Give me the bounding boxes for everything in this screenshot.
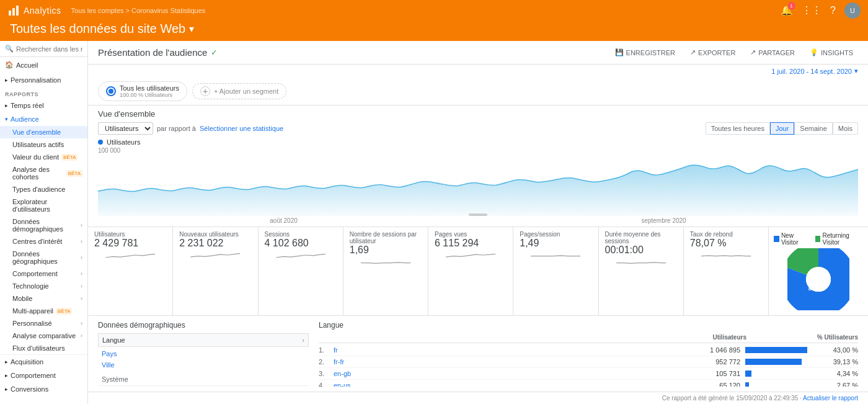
sidebar-item-temps-reel[interactable]: ▸ Temps réel	[0, 99, 87, 112]
breadcrumb: Tous les comptes > Coronavirus Statistiq…	[71, 7, 206, 14]
lang-table-row: 4. en-us 65 120 2,67 %	[319, 380, 858, 387]
lang-row-bar-container	[740, 370, 815, 377]
notification-badge: 1	[787, 2, 795, 10]
main-chart	[98, 154, 858, 216]
export-icon: ↗	[690, 48, 696, 56]
lang-row-name[interactable]: fr	[334, 346, 684, 354]
pie-chart: 19.3% 80.7%	[787, 248, 849, 310]
lang-row-bar	[745, 370, 751, 377]
lang-row-pct: 39,13 %	[815, 358, 858, 366]
sidebar-item-conversions[interactable]: ▸ Conversions	[0, 382, 87, 396]
lang-row-bar	[745, 359, 802, 365]
returning-visitor-label: Returning Visitor	[822, 232, 863, 246]
sidebar-item-accueil[interactable]: 🏠 Accueil	[0, 57, 87, 73]
demo-link-ville[interactable]: Ville	[98, 359, 309, 370]
avatar[interactable]: U	[844, 2, 861, 19]
sidebar-subitem-valeur-client[interactable]: Valeur du client BÊTA	[0, 151, 87, 163]
expand-icon: ▸	[5, 77, 8, 83]
chart-label-aug: août 2020	[270, 217, 298, 224]
sidebar-subitem-donnees-demo[interactable]: Données démographiques ›	[0, 215, 87, 235]
share-button[interactable]: ↗ PARTAGER	[745, 46, 800, 59]
sidebar-subitem-centres-interet[interactable]: Centres d'intérêt ›	[0, 235, 87, 248]
lang-row-num: 3.	[319, 370, 334, 377]
lang-row-num: 4.	[319, 382, 334, 387]
segment-sublabel: 100.00 % Utilisateurs	[120, 92, 179, 98]
sidebar-subitem-multi-appareil[interactable]: Multi-appareil BÊTA	[0, 305, 87, 317]
sidebar-item-audience[interactable]: ▾ Audience	[0, 112, 87, 126]
sidebar-subitem-mobile[interactable]: Mobile ›	[0, 292, 87, 305]
lang-row-name[interactable]: en-us	[334, 382, 684, 387]
help-icon[interactable]: ?	[830, 5, 836, 16]
sidebar-subitem-flux-utilisateurs[interactable]: Flux d'utilisateurs	[0, 342, 87, 354]
update-report-link[interactable]: Actualiser le rapport	[803, 395, 858, 402]
section-title-overview: Vue d'ensemble	[88, 105, 868, 120]
sidebar-subitem-donnees-geo[interactable]: Données géographiques ›	[0, 248, 87, 267]
demo-link-pays[interactable]: Pays	[98, 348, 309, 359]
home-icon: 🏠	[5, 61, 14, 69]
expand-icon-tr: ▸	[5, 102, 8, 109]
sidebar-subitem-analyse-comparative[interactable]: Analyse comparative ›	[0, 330, 87, 342]
lang-row-name[interactable]: en-gb	[334, 370, 684, 377]
lang-row-name[interactable]: fr-fr	[334, 358, 684, 366]
date-range[interactable]: 1 juil. 2020 - 14 sept. 2020 ▾	[88, 65, 868, 78]
sidebar-item-personnalisation[interactable]: ▸ Personnalisation	[0, 73, 87, 88]
sidebar-subitem-vue-ensemble[interactable]: Vue d'ensemble	[0, 126, 87, 138]
lang-row-num: 1.	[319, 346, 334, 354]
new-visitor-legend-dot	[774, 236, 779, 242]
period-btn-all[interactable]: Toutes les heures	[706, 122, 770, 135]
chevron-down-icon[interactable]: ▾	[189, 23, 194, 35]
save-button[interactable]: 💾 ENREGISTRER	[610, 46, 680, 59]
lang-row-pct: 2,67 %	[815, 382, 858, 387]
stat-cell-nouveaux: Nouveaux utilisateurs 2 231 022	[173, 227, 258, 315]
chart-metric-select[interactable]: Utilisateurs	[98, 122, 153, 135]
stat-cell-sessions-par-user: Nombre de sessions par utilisateur 1,69	[343, 227, 428, 315]
analytics-icon	[7, 4, 20, 17]
language-table: Langue Utilisateurs % Utilisateurs 1. fr…	[319, 321, 858, 387]
chart-select-stat-link[interactable]: Sélectionner une statistique	[200, 125, 283, 132]
stat-cell-pages-vues: Pages vues 6 115 294	[428, 227, 513, 315]
expand-icon-au: ▾	[5, 116, 8, 122]
demo-link-navigateur[interactable]: Navigateur	[98, 386, 309, 387]
sidebar-item-acquisition[interactable]: ▸ Acquisition	[0, 354, 87, 369]
sidebar-subitem-personnalise[interactable]: Personnalisé ›	[0, 317, 87, 330]
lang-row-bar	[745, 347, 807, 353]
share-icon: ↗	[750, 48, 756, 56]
lang-row-users: 1 046 895	[684, 346, 740, 354]
period-btn-week[interactable]: Semaine	[794, 122, 832, 135]
returning-visitor-legend-dot	[815, 236, 821, 242]
search-input[interactable]	[16, 45, 82, 53]
svg-text:80.7%: 80.7%	[808, 286, 823, 292]
stat-cell-utilisateurs: Utilisateurs 2 429 781	[88, 227, 173, 315]
lang-row-bar	[745, 382, 749, 387]
insights-icon: 💡	[810, 48, 818, 56]
period-btn-month[interactable]: Mois	[833, 122, 858, 135]
chart-label-sep: septembre 2020	[641, 217, 686, 224]
sidebar-subitem-comportement[interactable]: Comportement ›	[0, 267, 87, 280]
export-button[interactable]: ↗ EXPORTER	[685, 46, 740, 59]
sidebar-subitem-utilisateurs-actifs[interactable]: Utilisateurs actifs	[0, 138, 87, 151]
sidebar-subitem-technologie[interactable]: Technologie ›	[0, 280, 87, 292]
langue-arrow-icon: ›	[302, 336, 304, 344]
segment-chip-active[interactable]: Tous les utilisateurs 100.00 % Utilisate…	[98, 81, 187, 101]
segment-name: Tous les utilisateurs	[120, 84, 179, 92]
page-title: Présentation de l'audience ✓	[98, 47, 218, 58]
lang-row-users: 65 120	[684, 382, 740, 387]
svg-rect-1	[12, 8, 15, 16]
lang-table-row: 2. fr-fr 952 772 39,13 %	[319, 356, 858, 368]
demo-section-systeme: Système	[98, 373, 309, 386]
sidebar-item-comportement2[interactable]: ▸ Comportement	[0, 369, 87, 382]
insights-button[interactable]: 💡 INSIGHTS	[805, 46, 858, 59]
svg-rect-2	[16, 6, 19, 16]
notification-icon[interactable]: 🔔 1	[781, 4, 793, 16]
sidebar-subitem-explorateur[interactable]: Explorateur d'utilisateurs	[0, 195, 87, 215]
lang-row-bar-container	[740, 382, 815, 387]
sidebar-search[interactable]: 🔍	[0, 41, 87, 57]
demo-section-langue[interactable]: Langue ›	[98, 333, 309, 347]
segment-add-button[interactable]: + + Ajouter un segment	[192, 83, 286, 99]
period-btn-day[interactable]: Jour	[770, 122, 794, 135]
chevron-date-icon: ▾	[854, 67, 858, 75]
svg-rect-0	[9, 11, 11, 16]
sidebar-subitem-types-audience[interactable]: Types d'audience	[0, 183, 87, 195]
sidebar-subitem-analyse-cohortes[interactable]: Analyse des cohortes BÊTA	[0, 163, 87, 183]
apps-icon[interactable]: ⋮⋮	[802, 4, 822, 16]
